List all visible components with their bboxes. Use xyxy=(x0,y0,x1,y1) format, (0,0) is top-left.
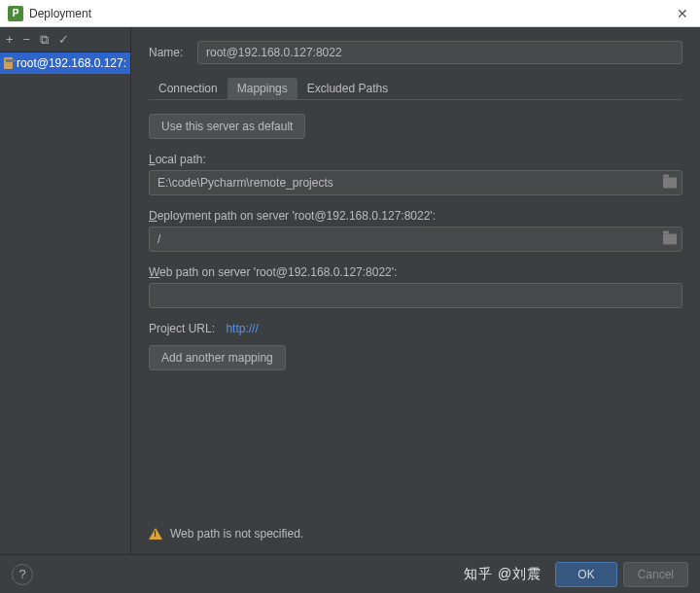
warning-row: Web path is not specified. xyxy=(149,517,682,554)
help-icon[interactable]: ? xyxy=(12,564,33,585)
cancel-button[interactable]: Cancel xyxy=(623,562,688,587)
tabs: Connection Mappings Excluded Paths xyxy=(149,78,682,100)
remove-icon[interactable]: − xyxy=(23,32,31,47)
sidebar: + − ⧉ ✓ root@192.168.0.127: xyxy=(0,27,131,554)
window-title: Deployment xyxy=(29,7,673,20)
project-url-label: Project URL: xyxy=(149,322,215,335)
warning-text: Web path is not specified. xyxy=(170,527,303,541)
web-path-label: Web path on server 'root@192.168.0.127:8… xyxy=(149,265,682,279)
name-label: Name: xyxy=(149,46,197,59)
deployment-path-input[interactable] xyxy=(149,227,682,252)
ok-button[interactable]: OK xyxy=(555,562,616,587)
server-icon xyxy=(4,57,13,69)
tab-connection[interactable]: Connection xyxy=(149,78,228,99)
tab-mappings[interactable]: Mappings xyxy=(228,78,298,99)
local-path-input[interactable] xyxy=(149,170,682,195)
copy-icon[interactable]: ⧉ xyxy=(40,32,49,48)
add-mapping-button[interactable]: Add another mapping xyxy=(149,345,286,370)
deployment-path-label: Deployment path on server 'root@192.168.… xyxy=(149,209,682,223)
app-icon: P xyxy=(8,6,23,21)
titlebar: P Deployment ✕ xyxy=(0,0,700,27)
add-icon[interactable]: + xyxy=(6,32,14,47)
close-icon[interactable]: ✕ xyxy=(673,6,692,21)
local-path-label: Local path: xyxy=(149,153,682,166)
server-list: root@192.168.0.127: xyxy=(0,52,130,554)
sidebar-toolbar: + − ⧉ ✓ xyxy=(0,27,130,52)
name-input[interactable] xyxy=(197,41,682,64)
browse-folder-icon[interactable] xyxy=(663,178,677,189)
server-item[interactable]: root@192.168.0.127: xyxy=(0,52,130,74)
warning-icon xyxy=(149,528,162,540)
project-url-link[interactable]: http:/// xyxy=(226,322,258,335)
footer: ? 知乎 @刘震 OK Cancel xyxy=(0,554,700,593)
watermark: 知乎 @刘震 xyxy=(464,566,542,583)
project-url-row: Project URL: http:/// xyxy=(149,322,682,335)
browse-folder-icon[interactable] xyxy=(663,234,677,245)
web-path-input[interactable] xyxy=(149,283,682,308)
main-panel: Name: Connection Mappings Excluded Paths… xyxy=(131,27,700,554)
server-item-label: root@192.168.0.127: xyxy=(17,56,126,70)
use-default-button[interactable]: Use this server as default xyxy=(149,114,305,139)
tab-excluded-paths[interactable]: Excluded Paths xyxy=(298,78,398,99)
check-icon[interactable]: ✓ xyxy=(58,32,69,47)
